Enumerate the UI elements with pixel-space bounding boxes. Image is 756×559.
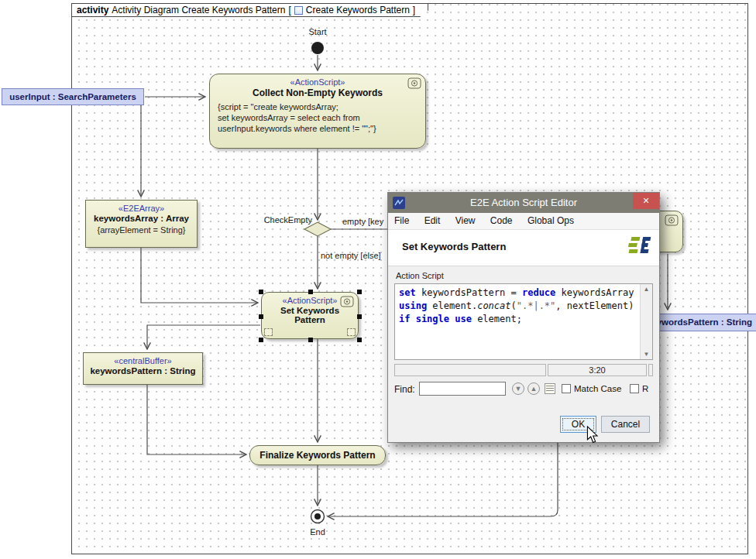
centralbuffer-title: keywordsPattern : String <box>84 366 202 376</box>
action-script-editor-dialog: E2E Action Script Editor ✕ File Edit Vie… <box>387 192 660 443</box>
action-script-icon <box>340 296 354 307</box>
selection-handle[interactable] <box>259 290 263 294</box>
compartment-toggle-icon[interactable] <box>264 328 273 336</box>
regex-label-clipped: R <box>642 384 648 393</box>
find-previous-icon[interactable]: ▲ <box>527 382 540 395</box>
diagram-icon <box>294 6 303 15</box>
compartment-toggle-icon[interactable] <box>347 328 356 336</box>
find-next-icon[interactable]: ▼ <box>512 382 524 395</box>
action-script-icon <box>407 77 421 89</box>
frame-bracket-open: [ <box>288 5 290 15</box>
frame-keyword: activity <box>77 5 108 15</box>
collect-script-line: userInput.keywords where element != "";"… <box>218 123 425 134</box>
action-script-icon <box>665 214 679 226</box>
menu-item-view[interactable]: View <box>449 213 482 228</box>
action-set-keywords-pattern[interactable]: «ActionScript» Set Keywords Pattern <box>261 292 359 339</box>
selection-handle[interactable] <box>357 338 362 342</box>
selection-handle[interactable] <box>308 290 313 294</box>
guard-empty-label: empty [key <box>342 217 383 226</box>
dialog-title: E2E Action Script Editor <box>388 193 659 213</box>
editor-label: Action Script <box>396 271 444 280</box>
guard-notempty-label: not empty [else] <box>321 251 381 260</box>
start-label: Start <box>298 27 337 36</box>
menu-item-global-ops[interactable]: Global Ops <box>521 213 580 228</box>
ok-button[interactable]: OK <box>560 416 596 433</box>
centralbuffer-keywordspattern[interactable]: «centralBuffer» keywordsPattern : String <box>83 352 203 385</box>
collect-script-line: {script = "create keywordsArray; <box>218 101 425 112</box>
highlight-all-icon[interactable] <box>545 383 555 394</box>
status-cell-corner <box>648 364 653 376</box>
regex-checkbox[interactable] <box>630 384 639 393</box>
dialog-app-icon <box>393 197 405 209</box>
keywordsarray-constraint: {arrayElement = String} <box>86 225 197 235</box>
code-lines[interactable]: set keywordsPattern = reduce keywordsArr… <box>395 284 640 359</box>
selection-handle[interactable] <box>308 338 313 342</box>
keywordsarray-stereotype: «E2EArray» <box>86 204 197 213</box>
selection-handle[interactable] <box>357 290 362 294</box>
scroll-down-icon[interactable]: ▼ <box>644 351 650 358</box>
menu-item-code[interactable]: Code <box>484 213 519 228</box>
object-node-keywordsarray[interactable]: «E2EArray» keywordsArray : Array {arrayE… <box>85 200 198 248</box>
dialog-header: Set Keywords Pattern <box>388 230 659 266</box>
frame-name: Activity Diagram Create Keywords Pattern <box>112 5 285 15</box>
action-collect-keywords[interactable]: «ActionScript» Collect Non-Empty Keyword… <box>209 74 426 149</box>
action-finalize-keywords-pattern[interactable]: Finalize Keywords Pattern <box>249 445 386 465</box>
selection-handle[interactable] <box>259 338 263 342</box>
end-label: End <box>298 527 337 537</box>
selection-handle[interactable] <box>259 314 263 319</box>
dialog-titlebar[interactable]: E2E Action Script Editor ✕ <box>388 193 659 213</box>
code-editor[interactable]: set keywordsPattern = reduce keywordsArr… <box>394 283 653 360</box>
e2e-logo <box>622 234 651 260</box>
find-label: Find: <box>394 384 415 395</box>
scroll-up-icon[interactable]: ▲ <box>644 286 650 293</box>
set-title-line2: Pattern <box>262 315 358 324</box>
frame-bracket-name: Create Keywords Pattern <box>306 5 410 15</box>
status-cell-position: 3:20 <box>548 364 647 376</box>
collect-title: Collect Non-Empty Keywords <box>210 87 425 98</box>
match-case-label: Match Case <box>574 384 621 393</box>
frame-bracket-close: ] <box>413 5 415 15</box>
object-node-userinput[interactable]: userInput : SearchParameters <box>2 88 144 105</box>
menu-item-edit[interactable]: Edit <box>418 213 447 228</box>
menu-item-file[interactable]: File <box>388 213 415 228</box>
collect-stereotype: «ActionScript» <box>210 77 425 87</box>
selection-handle[interactable] <box>357 314 362 319</box>
status-cell-left <box>394 364 546 376</box>
editor-scrollbar[interactable]: ▲ ▼ <box>640 284 652 359</box>
match-case-checkbox[interactable] <box>562 384 571 393</box>
screenshot-canvas: { "frame": { "keyword": "activity", "nam… <box>0 0 756 559</box>
keywordsarray-title: keywordsArray : Array <box>86 214 197 223</box>
find-input[interactable] <box>419 382 506 396</box>
cancel-button[interactable]: Cancel <box>601 416 650 433</box>
centralbuffer-stereotype: «centralBuffer» <box>84 356 202 365</box>
dialog-menubar: File Edit View Code Global Ops <box>388 213 659 230</box>
close-icon[interactable]: ✕ <box>633 193 659 209</box>
diagram-frame-label: activity Activity Diagram Create Keyword… <box>71 3 428 17</box>
dialog-header-title: Set Keywords Pattern <box>402 241 506 252</box>
collect-script-line: set keywordsArray = select each from <box>218 112 425 123</box>
decision-label: CheckEmpty <box>252 215 312 225</box>
